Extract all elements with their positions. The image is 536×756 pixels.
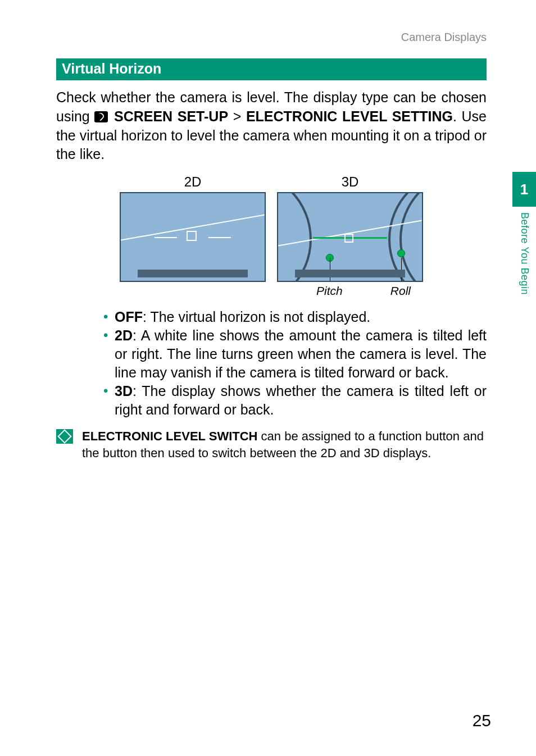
diagram-2d-icon	[120, 192, 266, 282]
menu-path-2: ELECTRONIC LEVEL SETTING	[246, 108, 453, 124]
diagram-2d-label: 2D	[120, 174, 266, 190]
option-term: 2D	[115, 327, 133, 343]
diagram-3d-axis-labels: Pitch Roll	[277, 284, 423, 298]
pitch-label: Pitch	[316, 284, 343, 298]
list-item: 2D: A white line shows the amount the ca…	[103, 326, 487, 382]
diagram-2d-column: 2D	[120, 174, 266, 298]
chapter-tab-label: Before You Begin	[519, 212, 530, 295]
note-bold: ELECTRONIC LEVEL SWITCH	[82, 429, 258, 443]
option-text: : A white line shows the amount the came…	[115, 327, 487, 380]
intro-paragraph: Check whether the camera is level. The d…	[56, 88, 487, 164]
option-text: : The virtual horizon is not displayed.	[143, 309, 370, 325]
option-text: : The display shows whether the camera i…	[115, 383, 487, 417]
list-item: 3D: The display shows whether the camera…	[103, 382, 487, 419]
tip-diamond-icon	[56, 429, 73, 444]
chapter-tab: 1	[512, 172, 536, 207]
tip-note: ELECTRONIC LEVEL SWITCH can be assigned …	[56, 428, 487, 461]
diagram-3d-icon	[277, 192, 423, 282]
option-term: OFF	[115, 309, 143, 325]
diagram-3d-column: 3D Pitch Roll	[277, 174, 423, 298]
list-item: OFF: The virtual horizon is not displaye…	[103, 308, 487, 326]
setup-wrench-icon	[94, 111, 108, 122]
breadcrumb: Camera Displays	[56, 31, 487, 44]
diagram-row: 2D 3D	[56, 174, 487, 298]
option-term: 3D	[115, 383, 133, 399]
menu-path-1: SCREEN SET-UP	[114, 108, 228, 124]
page-number: 25	[473, 711, 491, 730]
diagram-3d-label: 3D	[277, 174, 423, 190]
roll-label: Roll	[390, 284, 411, 298]
section-heading: Virtual Horizon	[56, 58, 487, 80]
menu-path-sep: >	[233, 108, 246, 124]
option-list: OFF: The virtual horizon is not displaye…	[103, 308, 487, 419]
manual-page: Camera Displays Virtual Horizon Check wh…	[0, 0, 536, 484]
